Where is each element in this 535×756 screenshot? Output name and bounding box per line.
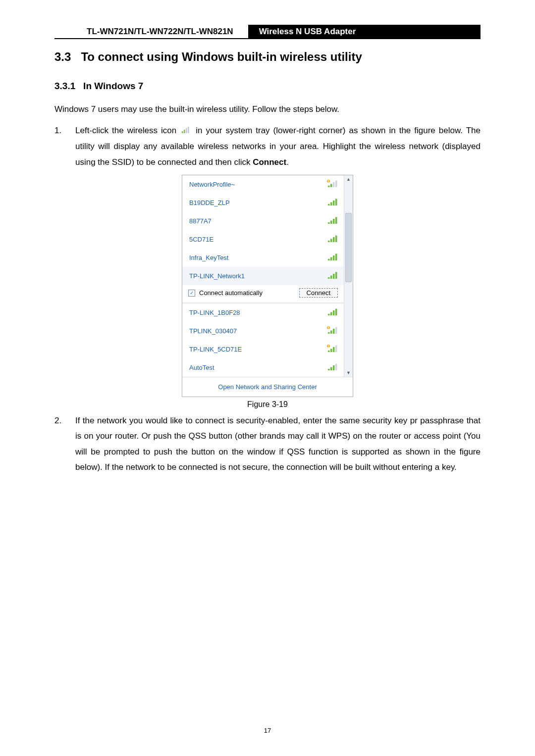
signal-strength-icon	[327, 363, 338, 372]
page-number: 17	[0, 727, 535, 734]
step1-part-a: Left-click the wireless icon	[75, 126, 176, 135]
svg-rect-34	[335, 309, 337, 316]
svg-rect-33	[333, 310, 335, 315]
section-number: 3.3	[54, 50, 71, 63]
header-model: TL-WN721N/TL-WN722N/TL-WN821N	[54, 25, 248, 38]
svg-rect-15	[328, 222, 330, 224]
svg-rect-36	[330, 331, 332, 334]
wifi-network-row[interactable]: AutoTest	[182, 358, 344, 377]
svg-rect-16	[330, 221, 332, 224]
scroll-down-button[interactable]: ▼	[344, 369, 353, 377]
signal-strength-icon	[327, 180, 338, 189]
wifi-network-row[interactable]: Infra_KeyTest	[182, 249, 344, 267]
wifi-ssid: TPLINK_030407	[189, 327, 237, 335]
svg-rect-14	[335, 199, 337, 206]
svg-rect-18	[335, 217, 337, 224]
step-1: 1. Left-click the wireless icon in your …	[54, 123, 481, 170]
signal-strength-icon	[327, 216, 338, 226]
svg-rect-22	[335, 236, 337, 243]
step1-connect-word: Connect	[253, 157, 286, 167]
step-2: 2. If the network you would like to conn…	[54, 413, 481, 475]
wifi-ssid: TP-LINK_1B0F28	[189, 309, 240, 316]
wifi-network-row[interactable]: TPLINK_030407	[182, 322, 344, 340]
svg-rect-26	[335, 254, 337, 261]
connect-auto-checkbox[interactable]: ✓	[188, 290, 195, 297]
svg-rect-24	[330, 257, 332, 261]
signal-strength-icon	[327, 235, 338, 244]
svg-rect-9	[328, 180, 328, 182]
wifi-network-row[interactable]: TP-LINK_5CD71E	[182, 340, 344, 358]
subsection-title: In Windows 7	[83, 81, 143, 91]
svg-rect-27	[328, 277, 330, 279]
svg-rect-11	[328, 204, 330, 205]
wifi-network-row[interactable]: TP-LINK_1B0F28	[182, 303, 344, 322]
svg-rect-51	[333, 365, 335, 370]
svg-rect-31	[328, 314, 330, 315]
section-title: To connect using Windows built-in wirele…	[81, 50, 362, 63]
wifi-network-row[interactable]: 5CD71E	[182, 230, 344, 249]
wifi-network-row[interactable]: NetworkProfile~	[182, 175, 344, 194]
svg-rect-44	[333, 347, 335, 352]
connect-button[interactable]: Connect	[299, 288, 338, 298]
svg-rect-1	[184, 130, 185, 133]
svg-rect-38	[335, 327, 337, 334]
section-heading: 3.3 To connect using Windows built-in wi…	[54, 50, 481, 64]
svg-rect-6	[333, 182, 335, 187]
svg-rect-17	[333, 219, 335, 224]
svg-rect-5	[330, 184, 332, 188]
wifi-network-row[interactable]: 8877A7	[182, 212, 344, 230]
svg-rect-13	[333, 201, 335, 205]
svg-rect-52	[335, 364, 337, 371]
wifi-ssid: TP-LINK_Network1	[189, 272, 245, 280]
scrollbar[interactable]: ▲ ▼	[344, 175, 353, 377]
signal-strength-icon	[327, 253, 338, 262]
svg-rect-10	[328, 182, 328, 183]
svg-rect-43	[330, 349, 332, 353]
svg-rect-7	[335, 181, 337, 188]
svg-rect-28	[330, 276, 332, 279]
svg-rect-21	[333, 237, 335, 242]
wifi-ssid: Infra_KeyTest	[189, 254, 229, 261]
svg-rect-35	[328, 332, 330, 334]
svg-rect-40	[328, 327, 328, 328]
svg-rect-19	[328, 241, 330, 242]
svg-rect-45	[335, 346, 337, 353]
svg-rect-49	[328, 369, 330, 370]
svg-rect-2	[186, 128, 187, 133]
svg-rect-47	[328, 345, 328, 347]
tray-wifi-icon	[181, 123, 191, 139]
figure-caption: Figure 3-19	[54, 400, 481, 409]
svg-rect-4	[328, 186, 330, 187]
wifi-network-row[interactable]: TP-LINK_Network1	[182, 267, 344, 285]
wifi-flyout-panel: NetworkProfile~B19DDE_ZLP8877A75CD71EInf…	[182, 175, 353, 397]
svg-rect-0	[182, 131, 183, 133]
scroll-up-button[interactable]: ▲	[344, 175, 353, 183]
svg-rect-20	[330, 239, 332, 243]
svg-rect-3	[188, 127, 189, 133]
scroll-track[interactable]	[344, 183, 353, 369]
header-product: Wireless N USB Adapter	[248, 25, 367, 38]
intro-paragraph: Windows 7 users may use the built-in wir…	[54, 102, 481, 117]
svg-rect-37	[333, 329, 335, 334]
wifi-ssid: AutoTest	[189, 364, 214, 371]
wifi-ssid: NetworkProfile~	[189, 181, 235, 188]
step-2-number: 2.	[54, 413, 67, 475]
svg-rect-32	[330, 312, 332, 316]
svg-rect-29	[333, 274, 335, 279]
signal-strength-icon	[327, 198, 338, 207]
svg-rect-12	[330, 202, 332, 206]
svg-rect-25	[333, 255, 335, 260]
signal-strength-icon	[327, 345, 338, 354]
signal-strength-icon	[327, 271, 338, 281]
svg-rect-48	[328, 347, 328, 348]
doc-header: TL-WN721N/TL-WN722N/TL-WN821N Wireless N…	[54, 25, 481, 39]
open-network-sharing-link[interactable]: Open Network and Sharing Center	[182, 377, 353, 397]
step-1-number: 1.	[54, 123, 67, 170]
wifi-ssid: 5CD71E	[189, 236, 214, 243]
wifi-ssid: B19DDE_ZLP	[189, 199, 230, 206]
scroll-thumb[interactable]	[345, 213, 352, 282]
signal-strength-icon	[327, 326, 338, 336]
wifi-network-row[interactable]: B19DDE_ZLP	[182, 194, 344, 212]
step-2-text: If the network you would like to connect…	[75, 413, 481, 475]
signal-strength-icon	[327, 308, 338, 317]
